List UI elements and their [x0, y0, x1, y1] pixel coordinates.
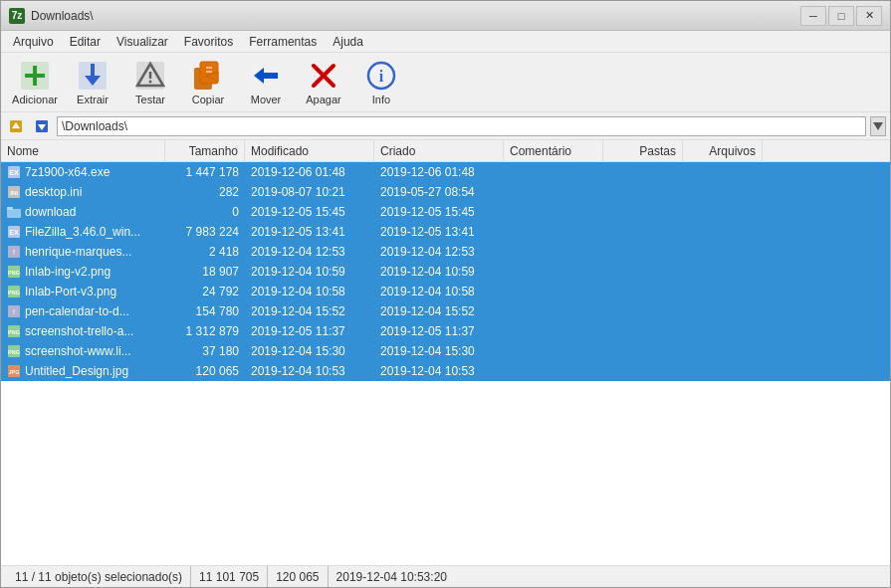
- status-datetime: 2019-12-04 10:53:20: [329, 566, 455, 587]
- apagar-label: Apagar: [306, 94, 340, 105]
- col-header-size[interactable]: Tamanho: [165, 140, 245, 161]
- maximize-button[interactable]: □: [828, 6, 854, 26]
- table-row[interactable]: f henrique-marques... 2 418 2019-12-04 1…: [1, 242, 890, 262]
- file-size-cell: 0: [165, 202, 245, 222]
- table-row[interactable]: PNG Inlab-Port-v3.png 24 792 2019-12-04 …: [1, 282, 890, 301]
- file-files-cell: [683, 282, 763, 301]
- mover-button[interactable]: Mover: [240, 57, 292, 108]
- file-list-container: Nome Tamanho Modificado Criado Comentári…: [1, 140, 890, 565]
- menu-ferramentas[interactable]: Ferramentas: [241, 33, 325, 51]
- file-size-cell: 7 983 224: [165, 222, 245, 242]
- table-row[interactable]: JPG Untitled_Design.jpg 120 065 2019-12-…: [1, 361, 890, 381]
- menu-editar[interactable]: Editar: [62, 33, 109, 51]
- file-comment-cell: [504, 242, 603, 262]
- table-row[interactable]: PNG screenshot-trello-a... 1 312 879 201…: [1, 321, 890, 341]
- table-row[interactable]: download 0 2019-12-05 15:45 2019-12-05 1…: [1, 202, 890, 222]
- file-modified-cell: 2019-12-05 11:37: [245, 321, 374, 341]
- svg-rect-2: [25, 74, 45, 78]
- table-row[interactable]: EX 7z1900-x64.exe 1 447 178 2019-12-06 0…: [1, 162, 890, 182]
- col-header-created[interactable]: Criado: [374, 140, 504, 161]
- menu-visualizar[interactable]: Visualizar: [109, 33, 176, 51]
- testar-button[interactable]: Testar: [124, 57, 176, 108]
- status-selected-size: 120 065: [268, 566, 328, 587]
- col-header-comment[interactable]: Comentário: [504, 140, 603, 161]
- adicionar-button[interactable]: Adicionar: [9, 57, 61, 108]
- nav-up-button[interactable]: [5, 115, 27, 137]
- mover-icon: [250, 60, 282, 92]
- file-files-cell: [683, 321, 763, 341]
- svg-text:JPG: JPG: [8, 369, 19, 375]
- file-comment-cell: [504, 282, 603, 301]
- file-type-icon: EX: [7, 165, 21, 179]
- info-icon: i: [365, 60, 397, 92]
- file-files-cell: [683, 182, 763, 202]
- file-created-cell: 2019-12-06 01:48: [374, 162, 504, 182]
- file-folders-cell: [603, 242, 683, 262]
- table-row[interactable]: PNG screenshot-www.li... 37 180 2019-12-…: [1, 341, 890, 361]
- title-bar-buttons: ─ □ ✕: [800, 6, 882, 26]
- file-name-cell: PNG screenshot-www.li...: [1, 341, 165, 361]
- table-row[interactable]: f pen-calendar-to-d... 154 780 2019-12-0…: [1, 301, 890, 321]
- apagar-icon: [308, 60, 339, 92]
- close-button[interactable]: ✕: [856, 6, 882, 26]
- file-size-cell: 154 780: [165, 301, 245, 321]
- apagar-button[interactable]: Apagar: [298, 57, 349, 108]
- file-folders-cell: [603, 301, 683, 321]
- file-modified-cell: 2019-12-04 10:53: [245, 361, 374, 381]
- table-row[interactable]: PNG Inlab-ing-v2.png 18 907 2019-12-04 1…: [1, 262, 890, 282]
- toolbar: Adicionar Extrair: [1, 53, 890, 112]
- status-total-size: 11 101 705: [191, 566, 268, 587]
- col-header-files[interactable]: Arquivos: [683, 140, 763, 161]
- table-row[interactable]: EX FileZilla_3.46.0_win... 7 983 224 201…: [1, 222, 890, 242]
- svg-rect-30: [7, 209, 21, 218]
- file-files-cell: [683, 202, 763, 222]
- table-row[interactable]: INI desktop.ini 282 2019-08-07 10:21 201…: [1, 182, 890, 202]
- menu-arquivo[interactable]: Arquivo: [5, 33, 62, 51]
- nav-down-button[interactable]: [31, 115, 53, 137]
- file-name-cell: PNG Inlab-Port-v3.png: [1, 282, 165, 301]
- file-files-cell: [683, 361, 763, 381]
- copiar-button[interactable]: Copiar: [182, 57, 234, 108]
- file-modified-cell: 2019-12-04 10:58: [245, 282, 374, 301]
- file-modified-cell: 2019-12-04 10:59: [245, 262, 374, 282]
- extrair-button[interactable]: Extrair: [67, 57, 118, 108]
- file-comment-cell: [504, 202, 603, 222]
- svg-text:PNG: PNG: [8, 290, 20, 295]
- svg-text:PNG: PNG: [8, 270, 20, 276]
- file-type-icon: PNG: [7, 265, 21, 279]
- testar-label: Testar: [135, 94, 165, 105]
- file-type-icon: PNG: [7, 324, 21, 338]
- svg-text:PNG: PNG: [8, 329, 20, 335]
- info-button[interactable]: i Info: [355, 57, 407, 108]
- adicionar-label: Adicionar: [12, 94, 58, 105]
- file-name: download: [25, 205, 76, 219]
- file-comment-cell: [504, 262, 603, 282]
- file-modified-cell: 2019-12-04 15:30: [245, 341, 374, 361]
- file-comment-cell: [504, 162, 603, 182]
- file-files-cell: [683, 301, 763, 321]
- file-comment-cell: [504, 182, 603, 202]
- file-type-icon: f: [7, 245, 21, 259]
- address-input[interactable]: [57, 116, 866, 136]
- svg-marker-16: [254, 68, 278, 84]
- file-modified-cell: 2019-08-07 10:21: [245, 182, 374, 202]
- testar-icon: [134, 60, 166, 92]
- copiar-icon: [192, 60, 224, 92]
- col-header-name[interactable]: Nome: [1, 140, 165, 161]
- col-header-modified[interactable]: Modificado: [245, 140, 374, 161]
- col-header-folders[interactable]: Pastas: [603, 140, 683, 161]
- file-folders-cell: [603, 182, 683, 202]
- window-title: Downloads\: [31, 9, 800, 23]
- file-modified-cell: 2019-12-04 12:53: [245, 242, 374, 262]
- file-name: Untitled_Design.jpg: [25, 364, 128, 378]
- address-dropdown[interactable]: [870, 116, 886, 136]
- minimize-button[interactable]: ─: [800, 6, 826, 26]
- file-modified-cell: 2019-12-04 15:52: [245, 301, 374, 321]
- file-folders-cell: [603, 262, 683, 282]
- file-name: pen-calendar-to-d...: [25, 304, 129, 318]
- file-type-icon: INI: [7, 185, 21, 199]
- menu-ajuda[interactable]: Ajuda: [325, 33, 371, 51]
- info-label: Info: [372, 94, 390, 105]
- file-modified-cell: 2019-12-05 15:45: [245, 202, 374, 222]
- menu-favoritos[interactable]: Favoritos: [176, 33, 241, 51]
